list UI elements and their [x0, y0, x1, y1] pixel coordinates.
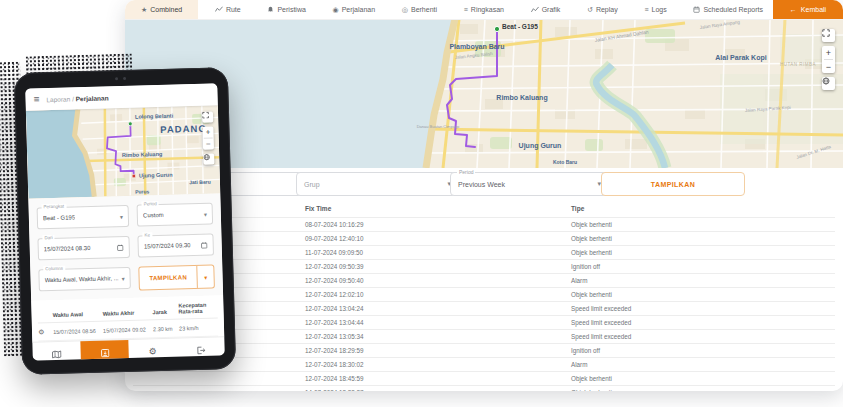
zoom-out-button[interactable]: − — [203, 138, 214, 149]
table-row[interactable]: 12-07-2024 13:04:44Speed limit exceeded — [133, 315, 835, 329]
zoom-out-button[interactable]: − — [822, 60, 835, 73]
tipe-cell: Objek berhenti — [571, 291, 835, 298]
nav-reports-tab[interactable] — [80, 340, 129, 361]
table-row[interactable]: 12-07-2024 18:45:59Objek berhenti — [133, 371, 835, 385]
gear-icon[interactable]: ⚙ — [38, 328, 44, 335]
back-arrow-icon: ← — [790, 6, 797, 13]
tab-ringkasan[interactable]: ≡ Ringkasan — [454, 0, 514, 19]
tablet-map[interactable]: Lolong Belanti PADANG Rimbo Kaluang Ujun… — [26, 105, 220, 198]
chart-icon — [531, 6, 539, 13]
perangkat-value: Beat - G195 — [43, 214, 76, 221]
chevron-down-icon: ▾ — [204, 273, 207, 280]
map-label-danau-buatan: Danau Buatan Cimpago — [417, 124, 460, 129]
layers-icon — [822, 77, 830, 85]
desktop-map[interactable]: Beat - G195 Plamboyan Baru Rimbo Kaluang… — [125, 19, 843, 168]
tipe-cell: Ignition off — [571, 263, 835, 270]
breadcrumb-section[interactable]: Laporan — [46, 95, 70, 103]
route-icon — [215, 6, 223, 13]
table-row[interactable]: 08-07-2024 10:16:29Objek berhenti — [133, 217, 835, 231]
columns-value: Waktu Awal, Waktu Akhir, ... — [45, 275, 119, 283]
ke-datetime-field[interactable]: Ke 15/07/2024 09.30 — [138, 234, 214, 258]
tab-label: Grafik — [542, 6, 561, 13]
tab-perjalanan[interactable]: ◉ Perjalanan — [323, 0, 386, 19]
grup-select[interactable]: Grup ▾ — [296, 172, 459, 196]
fix-time-cell: 11-07-2024 09:09:50 — [305, 249, 571, 256]
column-header-jarak: Jarak — [152, 309, 178, 316]
layers-icon — [203, 154, 210, 161]
tab-label: Ringkasan — [471, 6, 504, 13]
period-select[interactable]: Period Custom ▾ — [137, 203, 213, 227]
trips-table: Waktu Awal Waktu Akhir Jarak Kecepatan R… — [31, 295, 224, 341]
tab-label: Berhenti — [411, 6, 437, 13]
tipe-cell: Speed limit exceeded — [571, 305, 835, 312]
calendar-icon — [201, 241, 208, 248]
columns-select[interactable]: Columns Waktu Awal, Waktu Akhir, ... ▾ — [38, 267, 131, 292]
route-start-marker — [494, 26, 499, 31]
period-value: Custom — [143, 212, 164, 219]
tab-grafik[interactable]: Grafik — [521, 0, 571, 19]
map-label-hutan-rimba: HUTAN RIMBA — [780, 62, 816, 67]
zoom-in-button[interactable]: + — [822, 46, 835, 59]
fullscreen-button[interactable] — [822, 29, 835, 42]
tab-combined[interactable]: ★ Combined — [125, 0, 198, 19]
report-tabs: ★ Combined Rute Peristiwa ◉ Perjalanan ◎… — [125, 0, 773, 19]
menu-icon[interactable]: ≡ — [33, 94, 39, 104]
table-row[interactable]: 12-07-2024 18:30:02Alarm — [133, 357, 835, 371]
tab-berhenti[interactable]: ◎ Berhenti — [392, 0, 447, 19]
column-header-fix-time: Fix Time — [305, 205, 571, 212]
table-row[interactable]: 12-07-2024 09:50:40Alarm — [133, 273, 835, 287]
tipe-cell: Objek berhenti — [571, 221, 835, 228]
column-header-waktu-awal: Waktu Awal — [53, 311, 103, 318]
trip-icon: ◉ — [333, 6, 339, 13]
tab-logs[interactable]: ≡ Logs — [634, 0, 676, 19]
table-row[interactable]: 14-07-2024 18:32:27Objek berhenti — [133, 385, 835, 391]
period-select-value: Previous Week — [458, 181, 505, 188]
table-row[interactable]: 12-07-2024 13:05:34Speed limit exceeded — [133, 329, 835, 343]
table-row[interactable]: 12-07-2024 12:02:10Objek berhenti — [133, 287, 835, 301]
zoom-control: + − — [822, 46, 835, 73]
dari-datetime-field[interactable]: Dari 15/07/2024 08.30 — [37, 236, 130, 261]
zoom-in-button[interactable]: + — [202, 126, 213, 137]
tab-replay[interactable]: ↺ Replay — [577, 0, 628, 19]
table-row[interactable]: 12-07-2024 18:29:59Ignition off — [133, 343, 835, 357]
tipe-cell: Objek berhenti — [571, 389, 835, 391]
tipe-cell: Alarm — [571, 277, 835, 284]
tab-peristiwa[interactable]: Peristiwa — [257, 0, 315, 19]
tampilkan-button[interactable]: TAMPILKAN — [139, 266, 196, 290]
waktu-awal-cell: 15/07/2024 08.56 — [53, 327, 103, 334]
ke-value: 15/07/2024 09.30 — [144, 242, 191, 249]
kembali-label: Kembali — [801, 6, 826, 13]
tampilkan-dropdown-button[interactable]: ▾ — [196, 266, 214, 288]
kecepatan-cell: 23 km/h — [179, 324, 218, 331]
layers-button[interactable] — [203, 153, 214, 164]
tampilkan-button[interactable]: TAMPILKAN — [601, 172, 745, 196]
kembali-back-button[interactable]: ← Kembali — [773, 0, 843, 19]
tipe-cell: Ignition off — [571, 347, 835, 354]
tipe-cell: Objek berhenti — [571, 249, 835, 256]
fullscreen-button[interactable] — [202, 112, 213, 123]
fullscreen-icon — [202, 112, 209, 119]
replay-icon: ↺ — [587, 6, 593, 13]
tab-label: Peristiwa — [277, 6, 305, 13]
table-row[interactable]: 12-07-2024 13:04:24Speed limit exceeded — [133, 301, 835, 315]
tab-scheduled-reports[interactable]: Scheduled Reports — [683, 0, 773, 19]
perangkat-select[interactable]: Perangkat Beat - G195 ▾ — [37, 205, 130, 230]
events-table: Fix Time Tipe 08-07-2024 10:16:29Objek b… — [133, 201, 835, 391]
table-row[interactable]: 09-07-2024 12:40:10Objek berhenti — [133, 231, 835, 245]
tab-rute[interactable]: Rute — [205, 0, 251, 19]
nav-map-tab[interactable] — [32, 341, 81, 360]
table-row[interactable]: 11-07-2024 09:09:50Objek berhenti — [133, 245, 835, 259]
column-header-tipe: Tipe — [571, 205, 835, 212]
grup-select-placeholder: Grup — [304, 181, 320, 188]
fix-time-cell: 12-07-2024 09:50:39 — [305, 263, 571, 270]
table-row[interactable]: 12-07-2024 09:50:39Ignition off — [133, 259, 835, 273]
map-canvas: Beat - G195 Plamboyan Baru Rimbo Kaluang… — [125, 19, 843, 168]
calendar-icon — [117, 244, 124, 251]
layers-button[interactable] — [822, 77, 835, 90]
ke-label: Ke — [142, 232, 152, 238]
map-label-rimbo-kaluang: Rimbo Kaluang — [122, 151, 162, 158]
fix-time-cell: 12-07-2024 12:02:10 — [305, 291, 571, 298]
map-label-jati-baru: Jati Baru — [189, 179, 211, 186]
period-select[interactable]: Period Previous Week ▾ — [450, 172, 609, 196]
waktu-akhir-cell: 15/07/2024 09.02 — [103, 326, 153, 333]
